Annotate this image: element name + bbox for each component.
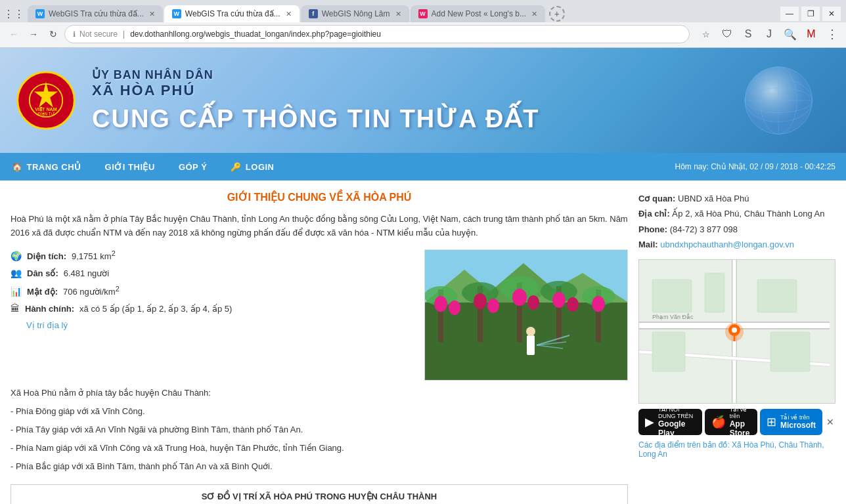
hanhchinh-label: Hành chính: bbox=[25, 304, 74, 314]
ext-button-4[interactable]: 🔍 bbox=[782, 26, 799, 43]
app-store-small: Tải về trên bbox=[730, 406, 751, 419]
tab-close-1[interactable]: ✕ bbox=[149, 10, 155, 18]
mail-label: Mail: bbox=[638, 240, 660, 249]
nav-home[interactable]: 🏠 TRANG CHỦ bbox=[0, 153, 93, 180]
app-store-badge[interactable]: 🍎 Tải về trên App Store bbox=[705, 409, 757, 435]
location-link[interactable]: Vị trí địa lý bbox=[26, 320, 414, 330]
browser-controls: ← → ↻ ℹ Not secure | dev.dothanhllong.or… bbox=[0, 22, 846, 47]
coquan-value: UBND xã Hòa Phú bbox=[678, 194, 749, 203]
location-item-3: - Phía Bắc giáp với xã Bình Tâm, thành p… bbox=[11, 459, 628, 474]
info-dientich: 🌍 Diện tích: 9,1751 km2 bbox=[11, 249, 414, 261]
new-tab-button[interactable]: + bbox=[549, 6, 565, 22]
map-container[interactable]: Phạm Văn Đắc bbox=[638, 259, 835, 404]
nav-intro[interactable]: GIỚI THIỆU bbox=[93, 153, 167, 180]
tab-close-3[interactable]: ✕ bbox=[395, 10, 401, 18]
location-intro: Xã Hoà Phú nằm ở phía tây bắc huyện Châu… bbox=[11, 386, 628, 400]
nav-feedback[interactable]: GÓP Ý bbox=[167, 153, 219, 180]
tab-label-3: WebGIS Nông Lâm bbox=[322, 9, 390, 18]
coquan-label: Cơ quan: bbox=[638, 194, 678, 203]
ext-button-3[interactable]: J bbox=[761, 26, 778, 43]
mail-value[interactable]: ubndxhpchauthanh@longan.gov.vn bbox=[660, 240, 794, 249]
badges-close-button[interactable]: ✕ bbox=[825, 409, 835, 435]
map-link-prefix: Các địa điểm trên bản đồ: bbox=[638, 440, 732, 450]
browser-tab-4[interactable]: W Add New Post « Long's b... ✕ bbox=[411, 5, 545, 22]
forward-button[interactable]: → bbox=[25, 26, 42, 43]
contact-coquan: Cơ quan: UBND xã Hòa Phú bbox=[638, 191, 835, 206]
logo-svg: VIỆT NAM ĐIỆN TỬ bbox=[16, 71, 76, 130]
window-controls: — ❐ ✕ bbox=[780, 7, 841, 21]
danso-value: 6.481 người bbox=[64, 268, 110, 278]
nav-login[interactable]: 🔑 LOGIN bbox=[219, 153, 286, 180]
svg-rect-70 bbox=[652, 332, 685, 371]
tab-close-4[interactable]: ✕ bbox=[531, 10, 537, 18]
apple-icon: 🍎 bbox=[711, 415, 726, 429]
info-danso: 👥 Dân số: 6.481 người bbox=[11, 268, 414, 278]
ext-button-5[interactable]: M bbox=[803, 26, 820, 43]
svg-point-38 bbox=[526, 327, 535, 336]
phone-value: (84-72) 3 877 098 bbox=[670, 224, 738, 234]
browser-actions: ☆ 🛡 S J 🔍 M ⋮ bbox=[698, 26, 841, 43]
ms-large: Microsoft bbox=[780, 421, 816, 430]
microsoft-badge[interactable]: ⊞ Tải về trên Microsoft bbox=[760, 409, 822, 435]
maximize-button[interactable]: ❐ bbox=[801, 7, 820, 21]
back-button[interactable]: ← bbox=[5, 26, 22, 43]
svg-point-30 bbox=[474, 293, 487, 309]
browser-tab-2[interactable]: W WebGIS Tra cứu thừa đấ... ✕ bbox=[164, 5, 300, 22]
dientich-value: 9,1751 km2 bbox=[72, 249, 116, 261]
svg-point-29 bbox=[449, 301, 460, 315]
url-text: dev.dothanhllong.org/webgis_thuadat_long… bbox=[130, 30, 381, 39]
url-separator: | bbox=[123, 30, 125, 39]
website: VIỆT NAM ĐIỆN TỬ ỦY BAN NHÂN DÂN XÃ HÒA … bbox=[0, 48, 846, 504]
google-play-badge[interactable]: ▶ TẢI NÓI DUNG TRÊN Google Play bbox=[638, 409, 702, 435]
hanhchinh-icon: 🏛 bbox=[11, 303, 20, 314]
extensions-menu-button[interactable]: ⋮⋮ bbox=[5, 5, 22, 22]
header-globe bbox=[688, 54, 820, 146]
tab-label-1: WebGIS Tra cứu thừa đấ... bbox=[49, 9, 144, 18]
info-hanhchinh: 🏛 Hành chính: xã có 5 ấp (ấp 1, ấp 2, ấp… bbox=[11, 303, 414, 314]
site-nav: 🏠 TRANG CHỦ GIỚI THIỆU GÓP Ý 🔑 LOGIN Hôm… bbox=[0, 153, 846, 180]
google-play-small: TẢI NÓI DUNG TRÊN bbox=[658, 406, 696, 419]
info-matdo: 📊 Mật độ: 706 người/km2 bbox=[11, 285, 414, 297]
menu-button[interactable]: ⋮ bbox=[824, 26, 841, 43]
svg-rect-71 bbox=[770, 332, 810, 371]
danso-label: Dân số: bbox=[27, 268, 58, 278]
login-icon: 🔑 bbox=[231, 162, 242, 172]
bookmark-button[interactable]: ☆ bbox=[698, 26, 715, 43]
location-item-1: - Phía Tây giáp với xã An Vĩnh Ngãi và p… bbox=[11, 423, 628, 437]
nav-left: 🏠 TRANG CHỦ GIỚI THIỆU GÓP Ý 🔑 LOGIN bbox=[0, 153, 286, 180]
phone-label: Phone: bbox=[638, 224, 670, 234]
address-bar[interactable]: ℹ Not secure | dev.dothanhllong.org/webg… bbox=[64, 25, 690, 43]
dragon-fruit-svg bbox=[425, 250, 628, 381]
danso-icon: 👥 bbox=[11, 268, 22, 278]
site-header: VIỆT NAM ĐIỆN TỬ ỦY BAN NHÂN DÂN XÃ HÒA … bbox=[0, 48, 846, 153]
contact-mail: Mail: ubndxhpchauthanh@longan.gov.vn bbox=[638, 237, 835, 252]
header-org: XÃ HÒA PHÚ bbox=[92, 82, 540, 99]
schema-container: SƠ ĐỒ VỊ TRÍ XÃ HÒA PHÚ TRONG HUYỆN CHÂU… bbox=[11, 484, 628, 504]
matdo-icon: 📊 bbox=[11, 286, 22, 297]
minimize-button[interactable]: — bbox=[780, 7, 799, 21]
tab-label-2: WebGIS Tra cứu thừa đấ... bbox=[185, 9, 280, 18]
content-left: GIỚI THIỆU CHUNG VỀ XÃ HÒA PHÚ Hoà Phú l… bbox=[11, 191, 628, 504]
google-play-large: Google Play bbox=[658, 419, 696, 438]
browser-tab-3[interactable]: f WebGIS Nông Lâm ✕ bbox=[301, 5, 409, 22]
refresh-button[interactable]: ↻ bbox=[45, 26, 62, 43]
nav-datetime: Hôm nay: Chủ Nhật, 02 / 09 / 2018 - 00:4… bbox=[665, 162, 846, 171]
tab-favicon-4: W bbox=[418, 9, 428, 18]
svg-rect-69 bbox=[757, 280, 797, 312]
matdo-label: Mật độ: bbox=[27, 287, 58, 297]
dientich-icon: 🌍 bbox=[11, 251, 22, 261]
contact-diachi: Địa chỉ: Ấp 2, xã Hòa Phú, Châu Thành Lo… bbox=[638, 206, 835, 221]
svg-point-33 bbox=[527, 295, 539, 310]
matdo-value: 706 người/km2 bbox=[63, 285, 120, 297]
close-button[interactable]: ✕ bbox=[822, 7, 841, 21]
lock-icon: ℹ bbox=[73, 30, 76, 39]
browser-tab-1[interactable]: W WebGIS Tra cứu thừa đấ... ✕ bbox=[28, 5, 163, 22]
dragon-fruit-image bbox=[424, 249, 628, 381]
tab-favicon-2: W bbox=[172, 9, 181, 18]
ext-button-2[interactable]: S bbox=[740, 26, 757, 43]
ms-text: Tải về trên Microsoft bbox=[780, 414, 816, 430]
ext-button-1[interactable]: 🛡 bbox=[719, 26, 736, 43]
ms-icon: ⊞ bbox=[767, 415, 776, 429]
intro-text: Hoà Phú là một xã nằm ở phía Tây Bắc huy… bbox=[11, 213, 628, 240]
tab-close-2[interactable]: ✕ bbox=[286, 10, 292, 18]
